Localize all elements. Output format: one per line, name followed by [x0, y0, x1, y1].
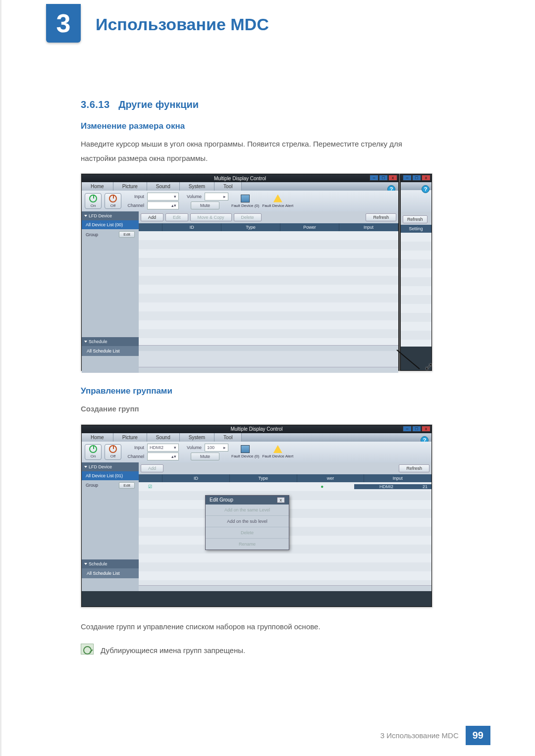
minimize-icon[interactable]: –: [403, 426, 412, 432]
help-icon[interactable]: ?: [422, 185, 429, 193]
channel-dropdown[interactable]: ▴▾: [147, 453, 179, 460]
fault-device-label: Fault Device (0): [231, 203, 259, 208]
nav-schedule-label: Schedule: [89, 339, 107, 344]
menu-delete[interactable]: Delete: [206, 527, 289, 539]
nav-group-row: GroupEdit: [82, 480, 139, 491]
popup-close-button[interactable]: x: [277, 497, 285, 503]
move-copy-button[interactable]: Move & Copy: [190, 213, 232, 221]
chapter-number-badge: 3: [46, 4, 81, 43]
mute-button[interactable]: Mute: [191, 202, 219, 209]
volume-label: Volume: [182, 445, 202, 450]
grid-header: ID Type wer Input: [139, 474, 431, 482]
edit-button[interactable]: Edit: [165, 213, 188, 221]
col-power: Power: [280, 223, 339, 231]
app-window: Multiple Display Control – □ x Home Pict…: [81, 174, 399, 371]
nav-all-schedule-list[interactable]: All Schedule List: [82, 346, 139, 356]
nav-lfd-device[interactable]: LFD Device: [82, 211, 139, 220]
chevron-down-icon: ▾: [174, 194, 176, 199]
close-icon[interactable]: x: [422, 175, 430, 181]
input-value: HDMI2: [150, 445, 163, 450]
nav-all-device-list[interactable]: All Device List (00): [82, 220, 139, 229]
left-nav: LFD Device All Device List (01) GroupEdi…: [82, 462, 139, 591]
warning-triangle-icon: [273, 195, 282, 202]
tab-home[interactable]: Home: [82, 182, 113, 191]
menu-add-sub-level[interactable]: Add on the sub level: [206, 516, 289, 527]
fault-alert-indicator: Fault Device Alert: [262, 445, 293, 458]
power-off-label: Off: [110, 203, 116, 208]
input-dropdown[interactable]: HDMI2▾: [147, 444, 179, 452]
volume-field[interactable]: ▸: [205, 193, 228, 201]
nav-lfd-device[interactable]: LFD Device: [82, 462, 139, 471]
tab-home[interactable]: Home: [82, 433, 113, 442]
fault-device-label: Fault Device (0): [231, 454, 259, 458]
nav-group-row: GroupEdit: [82, 229, 139, 240]
section-number: 3.6.13: [81, 99, 110, 110]
channel-label: Channel: [124, 454, 144, 459]
mute-button[interactable]: Mute: [191, 453, 219, 460]
refresh-button[interactable]: Refresh: [399, 464, 429, 472]
input-label: Input: [124, 194, 144, 199]
close-icon[interactable]: x: [422, 426, 430, 432]
col-checkbox: [139, 223, 162, 231]
nav-all-schedule-list[interactable]: All Schedule List: [82, 568, 139, 578]
table-row[interactable]: ☑ ● HDMI2 21: [139, 482, 431, 491]
toolbar: On Off Input▾ Channel▴▾ Volume▸ Mute Fau…: [82, 191, 398, 211]
power-off-button[interactable]: Off: [105, 193, 121, 209]
groups-subheading: Создание групп: [81, 402, 432, 416]
nav-all-device-list[interactable]: All Device List (01): [82, 471, 139, 480]
refresh-button[interactable]: Refresh: [403, 215, 428, 223]
col-type: Type: [230, 474, 297, 482]
monitor-warning-icon: [241, 445, 250, 453]
power-on-button[interactable]: On: [85, 193, 102, 209]
cell-extra: 21: [419, 484, 431, 489]
app-titlebar: Multiple Display Control – □ x: [82, 174, 398, 182]
tab-picture[interactable]: Picture: [113, 433, 147, 442]
refresh-button[interactable]: Refresh: [366, 213, 396, 221]
volume-field[interactable]: 100▸: [205, 444, 228, 452]
caret-down-icon: [84, 215, 87, 217]
tab-picture[interactable]: Picture: [113, 182, 147, 191]
edit-group-popup: Edit Groupx Add on the same Level Add on…: [205, 495, 289, 550]
maximize-icon[interactable]: □: [412, 426, 421, 432]
screenshot-groups: Multiple Display Control –□x Home Pictur…: [81, 424, 432, 607]
checkbox-icon[interactable]: ☑: [139, 484, 161, 489]
menu-add-same-level[interactable]: Add on the same Level: [206, 504, 289, 516]
nav-group-label: Group: [86, 483, 98, 488]
main-pane: Add Edit Move & Copy Delete Refresh ID T: [139, 211, 398, 373]
tab-system[interactable]: System: [180, 433, 214, 442]
horizontal-scrollbar[interactable]: [139, 585, 431, 591]
power-on-button[interactable]: On: [85, 444, 102, 460]
tab-sound[interactable]: Sound: [147, 433, 180, 442]
minimize-icon[interactable]: –: [370, 175, 378, 181]
secondary-window-sliver: –□x ? Refresh Setting: [400, 174, 432, 371]
stepper-icon: ▴▾: [171, 454, 176, 459]
maximize-icon[interactable]: □: [412, 175, 421, 181]
group-edit-button[interactable]: Edit: [119, 231, 135, 238]
fault-alert-label: Fault Device Alert: [262, 454, 293, 458]
delete-button[interactable]: Delete: [234, 213, 262, 221]
horizontal-scrollbar[interactable]: [139, 345, 398, 351]
tab-tool[interactable]: Tool: [214, 433, 242, 442]
menu-rename[interactable]: Rename: [206, 539, 289, 550]
minimize-icon[interactable]: –: [403, 175, 412, 181]
power-off-button[interactable]: Off: [105, 444, 121, 460]
footer-label: 3 Использование MDC: [380, 731, 459, 740]
input-dropdown[interactable]: ▾: [147, 193, 179, 201]
add-button[interactable]: Add: [141, 213, 163, 221]
col-type: Type: [221, 223, 280, 231]
nav-schedule[interactable]: Schedule: [82, 337, 139, 346]
close-icon[interactable]: x: [388, 175, 397, 181]
page-footer: 3 Использование MDC 99: [380, 726, 490, 745]
maximize-icon[interactable]: □: [379, 175, 388, 181]
group-edit-button[interactable]: Edit: [119, 482, 135, 489]
page-number: 99: [466, 726, 490, 745]
tab-tool[interactable]: Tool: [214, 182, 242, 191]
channel-dropdown[interactable]: ▴▾: [147, 202, 179, 209]
tab-system[interactable]: System: [180, 182, 214, 191]
power-off-icon: [109, 445, 117, 453]
app-title: Multiple Display Control: [230, 426, 282, 432]
add-button[interactable]: Add: [141, 464, 163, 472]
tab-sound[interactable]: Sound: [147, 182, 180, 191]
nav-schedule[interactable]: Schedule: [82, 559, 139, 568]
horizontal-scrollbar[interactable]: [139, 367, 398, 373]
